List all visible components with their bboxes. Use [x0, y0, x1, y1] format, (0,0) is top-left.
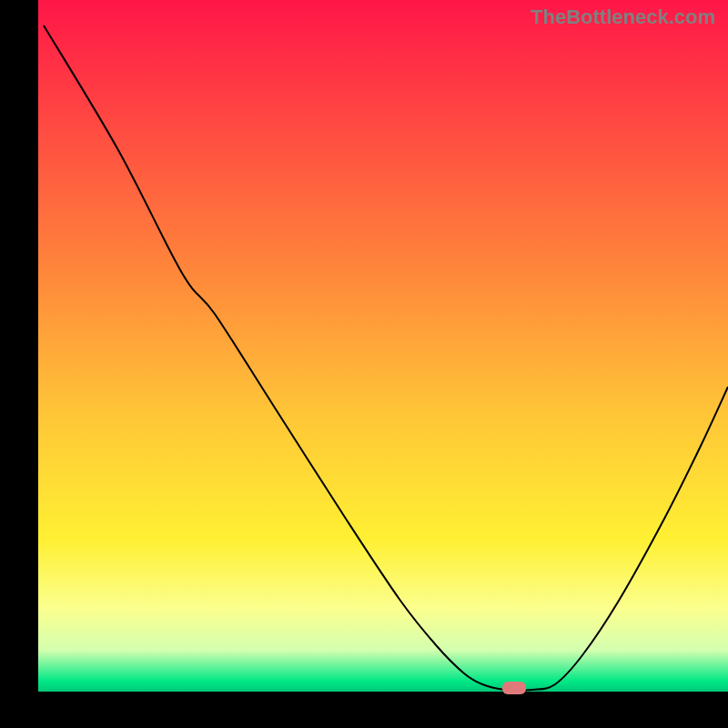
watermark-text: TheBottleneck.com	[531, 5, 715, 29]
bottleneck-chart: TheBottleneck.com	[0, 0, 728, 728]
chart-svg	[0, 0, 728, 728]
optimal-marker	[502, 682, 526, 694]
plot-background	[38, 0, 728, 692]
